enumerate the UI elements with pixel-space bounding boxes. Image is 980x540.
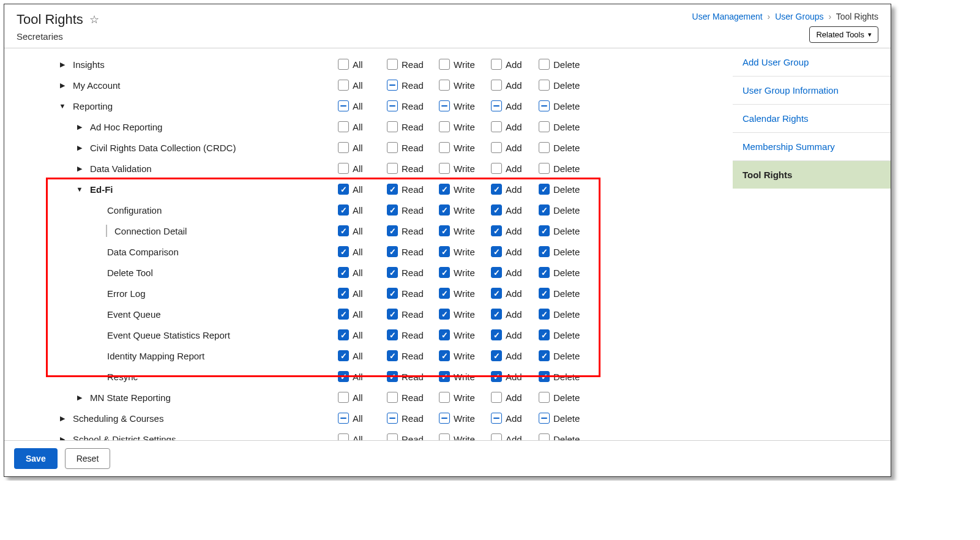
checkbox-add[interactable] — [491, 225, 502, 236]
checkbox-add[interactable] — [491, 288, 502, 299]
checkbox-add[interactable] — [491, 59, 502, 70]
tree-item-label[interactable]: MN State Reporting — [90, 392, 171, 403]
checkbox-add[interactable] — [491, 100, 502, 111]
checkbox-write[interactable] — [439, 413, 450, 424]
expand-icon[interactable]: ▶ — [58, 61, 67, 69]
checkbox-delete[interactable] — [539, 392, 550, 403]
checkbox-read[interactable] — [387, 413, 398, 424]
side-nav-item[interactable]: Tool Rights — [733, 161, 891, 189]
checkbox-write[interactable] — [439, 100, 450, 111]
tree-item-label[interactable]: Reporting — [73, 101, 113, 111]
expand-icon[interactable]: ▶ — [58, 81, 67, 89]
checkbox-add[interactable] — [491, 371, 502, 382]
tree-item-label[interactable]: Identity Mapping Report — [107, 351, 204, 361]
checkbox-write[interactable] — [439, 121, 450, 132]
expand-icon[interactable]: ▶ — [58, 435, 67, 441]
checkbox-delete[interactable] — [539, 309, 550, 320]
checkbox-read[interactable] — [387, 246, 398, 257]
checkbox-delete[interactable] — [539, 184, 550, 195]
checkbox-read[interactable] — [387, 288, 398, 299]
checkbox-read[interactable] — [387, 225, 398, 236]
checkbox-add[interactable] — [491, 329, 502, 340]
checkbox-add[interactable] — [491, 350, 502, 361]
checkbox-write[interactable] — [439, 288, 450, 299]
checkbox-write[interactable] — [439, 80, 450, 91]
checkbox-add[interactable] — [491, 204, 502, 216]
expand-icon[interactable]: ▶ — [75, 394, 84, 402]
checkbox-add[interactable] — [491, 433, 502, 440]
checkbox-write[interactable] — [439, 59, 450, 70]
checkbox-add[interactable] — [491, 413, 502, 424]
collapse-icon[interactable]: ▼ — [58, 102, 67, 110]
checkbox-delete[interactable] — [539, 121, 550, 132]
checkbox-all[interactable] — [338, 288, 349, 299]
checkbox-add[interactable] — [491, 80, 502, 91]
checkbox-all[interactable] — [338, 329, 349, 340]
tree-item-label[interactable]: My Account — [73, 80, 121, 91]
checkbox-read[interactable] — [387, 100, 398, 111]
checkbox-add[interactable] — [491, 392, 502, 403]
checkbox-read[interactable] — [387, 371, 398, 382]
checkbox-write[interactable] — [439, 204, 450, 216]
checkbox-read[interactable] — [387, 267, 398, 278]
checkbox-write[interactable] — [439, 433, 450, 440]
tree-item-label[interactable]: Delete Tool — [107, 268, 153, 278]
checkbox-write[interactable] — [439, 392, 450, 403]
expand-icon[interactable]: ▶ — [58, 414, 67, 422]
tree-item-label[interactable]: Data Validation — [90, 163, 152, 174]
checkbox-delete[interactable] — [539, 288, 550, 299]
reset-button[interactable]: Reset — [65, 448, 111, 469]
checkbox-delete[interactable] — [539, 142, 550, 153]
tool-rights-tree[interactable]: ▶InsightsAllReadWriteAddDelete▶My Accoun… — [4, 48, 733, 440]
save-button[interactable]: Save — [14, 448, 58, 469]
tree-item-label[interactable]: Data Comparison — [107, 247, 179, 257]
checkbox-read[interactable] — [387, 142, 398, 153]
tree-item-label[interactable]: Insights — [73, 59, 105, 70]
checkbox-all[interactable] — [338, 100, 349, 111]
tree-item-label[interactable]: School & District Settings — [73, 434, 176, 441]
tree-item-label[interactable]: Event Queue Statistics Report — [107, 330, 230, 340]
collapse-icon[interactable]: ▼ — [75, 186, 84, 193]
checkbox-read[interactable] — [387, 59, 398, 70]
checkbox-add[interactable] — [491, 163, 502, 174]
tree-item-label[interactable]: Event Queue — [107, 309, 161, 320]
checkbox-read[interactable] — [387, 163, 398, 174]
checkbox-read[interactable] — [387, 204, 398, 216]
checkbox-delete[interactable] — [539, 225, 550, 236]
tree-item-label[interactable]: Scheduling & Courses — [73, 413, 163, 424]
tree-item-label[interactable]: Ad Hoc Reporting — [90, 122, 162, 132]
checkbox-all[interactable] — [338, 184, 349, 195]
tree-item-label[interactable]: Connection Detail — [114, 226, 187, 236]
checkbox-read[interactable] — [387, 121, 398, 132]
tree-item-label[interactable]: Resync — [107, 372, 138, 382]
checkbox-write[interactable] — [439, 225, 450, 236]
checkbox-write[interactable] — [439, 267, 450, 278]
checkbox-all[interactable] — [338, 59, 349, 70]
tree-item-label[interactable]: Configuration — [107, 205, 162, 216]
checkbox-all[interactable] — [338, 350, 349, 361]
checkbox-all[interactable] — [338, 121, 349, 132]
breadcrumb-link[interactable]: User Management — [692, 12, 763, 21]
checkbox-add[interactable] — [491, 142, 502, 153]
checkbox-delete[interactable] — [539, 329, 550, 340]
tree-item-label[interactable]: Error Log — [107, 288, 146, 299]
checkbox-add[interactable] — [491, 309, 502, 320]
breadcrumb-link[interactable]: User Groups — [775, 12, 823, 21]
checkbox-write[interactable] — [439, 163, 450, 174]
checkbox-all[interactable] — [338, 392, 349, 403]
checkbox-read[interactable] — [387, 80, 398, 91]
expand-icon[interactable]: ▶ — [75, 165, 84, 173]
side-nav-item[interactable]: Membership Summary — [733, 133, 891, 161]
checkbox-all[interactable] — [338, 80, 349, 91]
checkbox-delete[interactable] — [539, 59, 550, 70]
checkbox-delete[interactable] — [539, 413, 550, 424]
checkbox-read[interactable] — [387, 184, 398, 195]
checkbox-delete[interactable] — [539, 163, 550, 174]
checkbox-all[interactable] — [338, 142, 349, 153]
checkbox-read[interactable] — [387, 433, 398, 440]
checkbox-all[interactable] — [338, 413, 349, 424]
side-nav-item[interactable]: Add User Group — [733, 48, 891, 77]
checkbox-delete[interactable] — [539, 371, 550, 382]
side-nav-item[interactable]: User Group Information — [733, 77, 891, 105]
checkbox-all[interactable] — [338, 433, 349, 440]
